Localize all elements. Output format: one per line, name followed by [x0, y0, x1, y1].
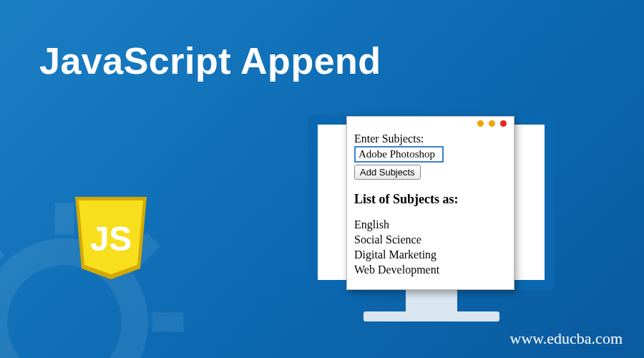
list-item: English	[354, 218, 507, 232]
list-item: Digital Marketing	[354, 248, 507, 262]
window-dot-icon	[477, 120, 484, 127]
add-subjects-button[interactable]: Add Subjects	[354, 165, 421, 180]
monitor-screen: Enter Subjects: Add Subjects List of Sub…	[308, 115, 555, 290]
subject-input[interactable]	[354, 146, 444, 163]
footer-url: www.educba.com	[510, 329, 623, 348]
window-content: Enter Subjects: Add Subjects List of Sub…	[347, 129, 514, 289]
subjects-list: English Social Science Digital Marketing…	[354, 218, 507, 277]
list-item: Web Development	[354, 263, 507, 277]
svg-rect-5	[0, 232, 4, 268]
window-dot-icon	[500, 120, 507, 127]
js-logo: JS	[72, 193, 150, 283]
app-window: Enter Subjects: Add Subjects List of Sub…	[346, 116, 514, 290]
list-item: Social Science	[354, 233, 507, 247]
monitor-base	[364, 311, 499, 321]
subjects-heading: List of Subjects as:	[354, 191, 507, 208]
monitor-stand	[406, 290, 457, 311]
enter-subjects-label: Enter Subjects:	[354, 132, 424, 145]
js-logo-text: JS	[90, 220, 132, 258]
monitor-illustration: Enter Subjects: Add Subjects List of Sub…	[308, 115, 555, 321]
svg-rect-4	[152, 312, 183, 332]
window-controls	[347, 117, 514, 129]
page-title: JavaScript Append	[39, 39, 381, 82]
window-dot-icon	[489, 120, 495, 127]
